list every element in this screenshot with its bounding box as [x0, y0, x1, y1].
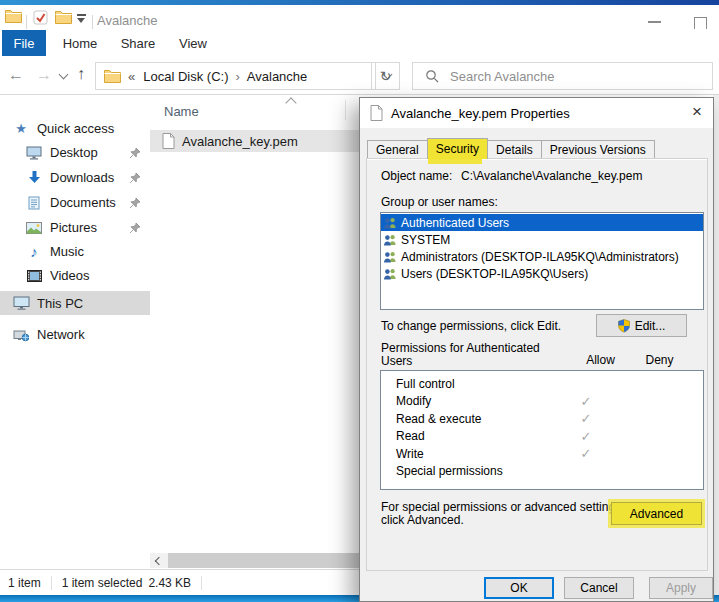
object-name-value: C:\Avalanche\Avalanche_key.pem: [461, 169, 642, 183]
forward-button[interactable]: →: [36, 67, 52, 83]
status-selection-size: 2.43 KB: [148, 576, 191, 590]
up-button[interactable]: ↑: [77, 66, 85, 82]
dialog-tabs: General Security Details Previous Versio…: [367, 139, 654, 159]
apply-button[interactable]: Apply: [649, 577, 713, 599]
group-icon: [383, 268, 397, 280]
address-folder-icon: [104, 69, 121, 83]
breadcrumb-local-disk[interactable]: Local Disk (C:): [143, 69, 228, 84]
status-separator-2: [201, 576, 202, 590]
group-or-user-names-label: Group or user names:: [381, 195, 498, 209]
tab-details[interactable]: Details: [487, 140, 542, 159]
permission-row-full-control[interactable]: Full control: [381, 375, 703, 393]
refresh-button[interactable]: ↻: [371, 62, 400, 90]
permissions-for-label-line1: Permissions for Authenticated: [381, 341, 540, 355]
permission-row-read-execute[interactable]: Read & execute ✓: [381, 410, 703, 428]
pin-icon: [130, 221, 140, 236]
tab-previous-versions[interactable]: Previous Versions: [541, 140, 655, 159]
screen: Avalanche File Home Share View ← → ↑ « L…: [0, 0, 719, 602]
uac-shield-icon: [618, 319, 630, 333]
properties-dialog: Avalanche_key.pem Properties × General S…: [359, 97, 714, 602]
object-name-label: Object name:: [381, 169, 452, 183]
pin-icon: [130, 171, 140, 186]
qat-new-folder-button[interactable]: [55, 10, 72, 28]
ribbon-tab-bar: File Home Share View: [0, 29, 719, 58]
tab-general[interactable]: General: [367, 140, 428, 159]
address-bar[interactable]: « Local Disk (C:) › Avalanche: [95, 62, 400, 90]
cancel-button[interactable]: Cancel: [564, 577, 634, 599]
advanced-button[interactable]: Advanced: [611, 502, 702, 525]
group-row-administrators[interactable]: Administrators (DESKTOP-ILA95KQ\Administ…: [381, 248, 703, 265]
sidebar-item-documents[interactable]: Documents: [0, 191, 150, 214]
allow-checkmark: ✓: [566, 411, 606, 426]
file-row-avalanche-key[interactable]: Avalanche_key.pem: [150, 130, 360, 152]
navigation-pane: ★ Quick access Desktop Downloads Documen…: [0, 95, 150, 569]
search-icon: [425, 69, 439, 83]
close-icon[interactable]: ×: [692, 102, 702, 122]
group-icon: [383, 234, 397, 246]
ok-button[interactable]: OK: [484, 577, 554, 599]
group-user-listbox[interactable]: Authenticated Users SYSTEM Administrator…: [380, 212, 704, 310]
window-title: Avalanche: [97, 13, 157, 28]
qat-separator: [26, 15, 27, 29]
status-selection: 1 item selected: [62, 576, 143, 590]
group-icon: [383, 217, 397, 229]
ribbon-tab-view[interactable]: View: [170, 30, 216, 56]
qat-properties-button[interactable]: [33, 10, 48, 29]
sidebar-item-desktop[interactable]: Desktop: [0, 141, 150, 164]
picture-icon: [25, 222, 43, 234]
sidebar-item-pictures[interactable]: Pictures: [0, 216, 150, 239]
sidebar-item-quick-access[interactable]: ★ Quick access: [0, 117, 150, 140]
group-row-system[interactable]: SYSTEM: [381, 231, 703, 248]
edit-button[interactable]: Edit...: [596, 314, 687, 337]
search-input[interactable]: [448, 68, 672, 85]
ribbon-tab-home[interactable]: Home: [55, 30, 105, 56]
dialog-titlebar: Avalanche_key.pem Properties ×: [360, 98, 713, 128]
allow-checkmark: ✓: [566, 429, 606, 444]
qat-customize-dropdown[interactable]: [77, 14, 86, 23]
status-bar: 1 item 1 item selected 2.43 KB: [0, 569, 362, 595]
column-header-name[interactable]: Name: [164, 104, 199, 119]
recent-locations-dropdown-icon[interactable]: [59, 70, 69, 80]
group-row-users[interactable]: Users (DESKTOP-ILA95KQ\Users): [381, 265, 703, 282]
deny-column-header: Deny: [637, 353, 682, 367]
pin-icon: [130, 146, 140, 161]
column-separator[interactable]: [345, 100, 346, 120]
download-arrow-icon: [25, 171, 43, 185]
sidebar-item-network[interactable]: Network: [0, 323, 150, 346]
allow-checkmark: ✓: [566, 446, 606, 461]
minimize-button[interactable]: [648, 21, 661, 23]
breadcrumb-overflow-icon[interactable]: «: [128, 69, 135, 84]
computer-icon: [12, 296, 30, 310]
allow-column-header: Allow: [578, 353, 623, 367]
sidebar-item-videos[interactable]: Videos: [0, 264, 150, 287]
explorer-titlebar: Avalanche: [0, 5, 719, 29]
hscroll-left-button[interactable]: [150, 553, 168, 568]
permission-row-write[interactable]: Write ✓: [381, 445, 703, 463]
navigation-bar: ← → ↑ « Local Disk (C:) › Avalanche ↻: [0, 57, 719, 95]
group-row-authenticated-users[interactable]: Authenticated Users: [381, 214, 703, 231]
breadcrumb-separator-icon: ›: [235, 69, 239, 84]
dialog-file-icon: [370, 105, 383, 121]
permission-row-read[interactable]: Read ✓: [381, 428, 703, 446]
permissions-listbox[interactable]: Full control Modify ✓ Read & execute ✓ R…: [380, 370, 704, 490]
qat-separator-2: [92, 15, 93, 29]
sidebar-item-downloads[interactable]: Downloads: [0, 166, 150, 189]
ribbon-tab-file[interactable]: File: [2, 30, 46, 56]
sidebar-item-music[interactable]: ♪ Music: [0, 240, 150, 263]
dialog-title: Avalanche_key.pem Properties: [391, 106, 570, 121]
file-icon: [162, 133, 175, 149]
back-button[interactable]: ←: [8, 67, 24, 83]
permission-row-modify[interactable]: Modify ✓: [381, 393, 703, 411]
permission-row-special-permissions[interactable]: Special permissions: [381, 463, 703, 481]
hscroll-thumb[interactable]: [168, 553, 360, 568]
breadcrumb-avalanche[interactable]: Avalanche: [247, 69, 307, 84]
document-icon: [25, 196, 43, 210]
advanced-hint-line1: For special permissions or advanced sett…: [381, 500, 624, 514]
pin-icon: [130, 196, 140, 211]
tab-security[interactable]: Security: [427, 138, 488, 159]
ribbon-tab-share[interactable]: Share: [113, 30, 163, 56]
search-box[interactable]: [412, 62, 713, 90]
star-icon: ★: [12, 121, 30, 136]
sidebar-item-this-pc[interactable]: This PC: [0, 291, 150, 315]
edit-hint: To change permissions, click Edit.: [381, 319, 561, 333]
